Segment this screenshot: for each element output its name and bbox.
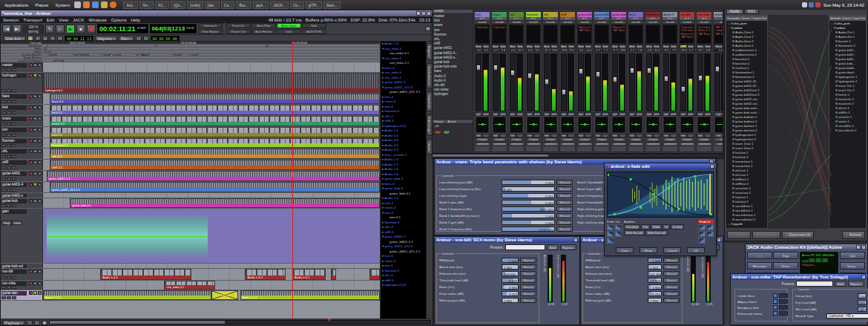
minimize-icon[interactable]: _ [856, 245, 861, 250]
comments-button[interactable]: comments [629, 142, 642, 146]
toggle-value-box[interactable] [779, 299, 788, 304]
location-marker[interactable]: mark4 [100, 53, 111, 56]
mixer-strip-bass[interactable]: bassin 1recordMuteSolo-2.2-7.8grppostlin… [628, 8, 644, 152]
record-button[interactable] [87, 25, 96, 33]
toggle-auto-play[interactable]: Auto Play [251, 23, 276, 28]
fader-handle[interactable] [681, 86, 685, 92]
location-marker[interactable]: mark9 [188, 53, 199, 56]
toggle-checkbox[interactable] [773, 305, 777, 310]
record-arm-icon[interactable] [29, 63, 33, 67]
fader-handle[interactable] [613, 76, 617, 82]
jack-port[interactable]: vox-mike/in 1 [829, 128, 866, 133]
menu-places[interactable]: Places [33, 3, 50, 7]
mute-button[interactable]: m [33, 172, 37, 175]
region[interactable] [331, 269, 336, 280]
comments-button[interactable]: comments [663, 142, 677, 146]
meter-point-button[interactable]: post [602, 112, 609, 116]
qjackctl-titlebar[interactable]: JACK Audio Connection Kit [(default)] Ac… [746, 244, 867, 250]
processor-box[interactable] [526, 25, 541, 44]
toggle-value-box[interactable] [779, 305, 788, 310]
fade-in-curve-button[interactable] [706, 224, 714, 230]
track-mini-button[interactable] [12, 155, 16, 158]
processor-box[interactable]: Mono to StereoTAP Stereo Ech [611, 25, 626, 44]
group-button[interactable]: grp [628, 112, 636, 116]
track-lane[interactable]: guitar_b4l01-2.1 [43, 171, 380, 181]
track-mini-button[interactable] [7, 189, 11, 192]
control-entry[interactable]: 1.000 [502, 258, 519, 263]
meter-point-button[interactable]: post [670, 112, 677, 116]
disconnect-button[interactable]: ✘Disconnect [752, 231, 780, 239]
track-mini-button[interactable] [1, 89, 6, 92]
mixer-strip-ohl[interactable]: ohLin 1recordMuteSolo-11.7-29.8grppostli… [542, 8, 559, 152]
track-mini-button[interactable] [1, 68, 6, 71]
mixer-strip-audio-3[interactable]: Audio 3in 2recordMuteSolo-9.5-7.9grppost… [662, 8, 678, 152]
gain-fader[interactable] [544, 53, 550, 111]
automation-clear-button[interactable]: clear [12, 221, 23, 225]
manual-button[interactable]: Manual [556, 220, 573, 225]
group-button[interactable]: grp [475, 112, 482, 116]
sync-source-dropdown[interactable]: Internal ▾ [198, 23, 223, 28]
comments-button[interactable]: comments [476, 142, 489, 146]
control-entry[interactable]: 0.000 [502, 180, 555, 185]
panner[interactable] [544, 117, 557, 133]
fade-out-curve-button[interactable] [615, 231, 622, 237]
taskbar-window-button[interactable]: [vxtbt] [187, 1, 203, 9]
tray-update-icon[interactable] [815, 2, 821, 7]
mute-button[interactable]: m [33, 291, 37, 295]
mute-button[interactable]: m [33, 63, 37, 67]
gain-fader[interactable] [646, 53, 652, 111]
toggle-checkbox[interactable] [773, 293, 777, 298]
sc4a-titlebar[interactable]: Ardour - vox-bill: SC4 mono (by Steve Ha… [435, 237, 579, 243]
track-mini-button[interactable] [7, 177, 11, 180]
xfade-titlebar[interactable]: ▲ ardour: x-fade edit × [605, 163, 716, 169]
record-arm-icon[interactable] [29, 149, 33, 153]
play-range-button[interactable]: ▷ [56, 25, 65, 33]
manual-button[interactable]: Manual [556, 206, 573, 212]
group-button[interactable]: grp [645, 112, 653, 116]
processor-box[interactable]: SC4 monoMono to StereoTAP Reverberat [697, 25, 711, 44]
region[interactable]: guitar_b4l01_421-2.1 [50, 182, 380, 192]
gain-fader[interactable] [578, 53, 584, 111]
gain-fader[interactable] [510, 53, 516, 111]
strip-name[interactable]: guitar-b4l0... [594, 12, 609, 17]
loop-button[interactable]: ↻ [45, 25, 54, 33]
meter-point-button[interactable]: post [585, 112, 592, 116]
strip-name[interactable]: bass [628, 12, 643, 17]
strip-name[interactable]: vox-mike [697, 12, 711, 17]
input-ports-tree[interactable]: Writable Clients / Input Ports + alsa_pc… [829, 15, 867, 229]
group-button[interactable]: grp [543, 112, 550, 116]
location-marker[interactable]: mark1 [47, 53, 58, 56]
comments-button[interactable]: comments [714, 142, 723, 146]
gain-fader[interactable] [629, 53, 635, 111]
goto-start-button[interactable]: |◀ [2, 25, 11, 33]
mixer-strip-ohr[interactable]: ohRin 1recordMuteSolo-20.8-29.2grppostli… [559, 8, 576, 152]
menu-view[interactable]: View [59, 18, 68, 22]
menu-session[interactable]: Session [3, 18, 19, 22]
taskbar-window-button[interactable]: gfTP... [306, 1, 322, 9]
fader-handle[interactable] [493, 65, 498, 71]
panner[interactable] [680, 117, 694, 133]
track-lane[interactable]: guitar_bob-4.1 [43, 198, 380, 208]
browser-launcher-icon[interactable] [83, 1, 90, 8]
track-mini-button[interactable] [1, 134, 6, 137]
group-button[interactable]: grp [680, 112, 687, 116]
control-entry[interactable]: 3.906 [502, 284, 519, 290]
solo-button[interactable]: s [38, 128, 42, 131]
group-button[interactable]: grp [611, 112, 619, 116]
strip-name[interactable]: floortom [526, 12, 541, 17]
track-mini-button[interactable] [12, 204, 16, 207]
control-entry[interactable]: 1.000 [502, 213, 555, 218]
panner[interactable] [663, 117, 677, 133]
mixer-strip-tom[interactable]: tomin 1recordMuteSolo-4.4-11.5grppostlin… [508, 8, 525, 152]
comments-button[interactable]: comments [493, 142, 506, 146]
processor-box[interactable] [662, 25, 677, 44]
nudge-clock[interactable]: 00 00 00 00 [151, 36, 180, 41]
solo-button[interactable]: s [38, 94, 42, 98]
reverb-type-dropdown[interactable]: Cathedral - HD ▾ [826, 313, 868, 319]
record-arm-icon[interactable] [29, 281, 33, 285]
comments-button[interactable]: comments [527, 142, 540, 146]
track-lane[interactable]: Audio 1-5.4Audio 1-5.5 [43, 290, 380, 300]
strip-name[interactable]: vox-bill [680, 12, 694, 17]
gain-fader[interactable] [476, 53, 481, 111]
group-button[interactable]: grp [509, 112, 516, 116]
